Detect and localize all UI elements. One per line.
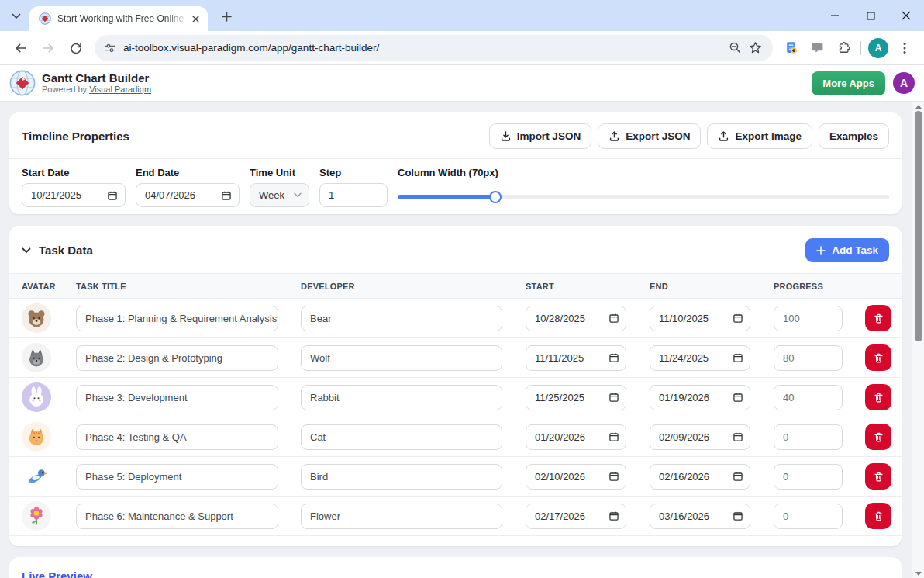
extensions-puzzle-icon[interactable] (832, 36, 855, 60)
app-header: Gantt Chart Builder Powered by Visual Pa… (0, 65, 924, 102)
bookmark-star-icon[interactable] (745, 38, 765, 58)
progress-input[interactable]: 0 (774, 424, 843, 450)
collapse-chevron-icon[interactable] (22, 247, 31, 254)
new-tab-button[interactable] (217, 7, 236, 26)
col-start: START (526, 282, 650, 291)
avatar (22, 382, 51, 412)
end-date-input[interactable]: 11/24/2025 (650, 345, 750, 371)
progress-input[interactable]: 80 (774, 345, 843, 371)
user-avatar[interactable]: A (893, 72, 915, 94)
end-date-input[interactable]: 02/16/2026 (650, 464, 750, 490)
export-image-button[interactable]: Export Image (707, 123, 812, 149)
end-date-input[interactable]: 04/07/2026 (136, 183, 240, 207)
task-title-input[interactable]: Phase 4: Testing & QA (76, 424, 278, 450)
divider (9, 158, 902, 159)
maximize-button[interactable] (853, 0, 888, 31)
examples-button[interactable]: Examples (819, 123, 889, 149)
calendar-icon (609, 431, 619, 442)
task-title-input[interactable]: Phase 2: Design & Prototyping (76, 345, 278, 371)
progress-input[interactable]: 0 (774, 504, 843, 529)
timeline-properties-card: Timeline Properties Import JSON Export J… (9, 112, 902, 214)
start-date-input[interactable]: 11/11/2025 (526, 345, 626, 371)
scroll-up-arrow[interactable] (912, 102, 924, 111)
tab-search-chevron-icon[interactable] (8, 8, 25, 25)
toolbar-divider (860, 41, 861, 55)
developer-input[interactable]: Bird (301, 464, 502, 490)
trash-icon (873, 313, 884, 324)
start-date-input[interactable]: 10/21/2025 (22, 183, 126, 207)
task-title-input[interactable]: Phase 1: Planning & Requirement Analysis (76, 306, 278, 331)
start-date-input[interactable]: 01/20/2026 (526, 424, 626, 450)
delete-task-button[interactable] (865, 344, 891, 371)
developer-input[interactable]: Cat (301, 424, 502, 450)
scrollbar-track[interactable] (912, 111, 924, 569)
delete-task-button[interactable] (865, 424, 891, 450)
export-json-button[interactable]: Export JSON (598, 123, 701, 149)
browser-profile-avatar[interactable]: A (868, 38, 888, 58)
page-title: Gantt Chart Builder (42, 71, 151, 85)
delete-task-button[interactable] (865, 305, 891, 331)
end-date-input[interactable]: 03/16/2026 (650, 504, 750, 529)
developer-input[interactable]: Flower (301, 504, 502, 529)
visual-paradigm-link[interactable]: Visual Paradigm (89, 85, 151, 94)
progress-input[interactable]: 100 (774, 306, 843, 331)
docs-offline-extension-icon[interactable] (779, 36, 802, 60)
col-progress: PROGRESS (774, 282, 865, 291)
end-date-label: End Date (136, 167, 240, 178)
back-button[interactable] (8, 36, 33, 61)
delete-task-button[interactable] (865, 503, 891, 529)
step-input[interactable]: 1 (319, 183, 388, 207)
task-title-input[interactable]: Phase 3: Development (76, 385, 278, 410)
developer-input[interactable]: Wolf (301, 345, 502, 371)
reload-button[interactable] (64, 36, 88, 61)
column-width-thumb[interactable] (489, 191, 502, 203)
delete-task-button[interactable] (865, 384, 891, 410)
avatar (22, 422, 51, 452)
scroll-down-arrow[interactable] (912, 569, 924, 578)
developer-input[interactable]: Rabbit (301, 385, 502, 410)
column-width-label: Column Width (70px) (398, 167, 889, 178)
calendar-icon (733, 352, 743, 363)
forward-button[interactable] (36, 36, 60, 61)
more-apps-button[interactable]: More Apps (812, 71, 885, 95)
browser-tab[interactable]: Start Working with Free Online (29, 6, 208, 31)
avatar (22, 501, 51, 531)
import-json-button[interactable]: Import JSON (489, 123, 592, 149)
start-date-input[interactable]: 11/25/2025 (526, 385, 626, 410)
end-date-input[interactable]: 02/09/2026 (650, 424, 750, 450)
task-data-title: Task Data (39, 244, 93, 257)
start-date-input[interactable]: 02/17/2026 (526, 504, 626, 529)
col-avatar: AVATAR (22, 282, 76, 291)
close-window-button[interactable] (888, 0, 924, 31)
table-header-row: AVATAR TASK TITLE DEVELOPER START END PR… (9, 273, 902, 299)
site-settings-icon[interactable] (104, 42, 116, 54)
tab-close-icon[interactable] (189, 12, 202, 25)
main-content: Timeline Properties Import JSON Export J… (0, 102, 924, 578)
minimize-button[interactable] (817, 0, 853, 31)
page-viewport: Gantt Chart Builder Powered by Visual Pa… (0, 65, 924, 578)
zoom-out-icon[interactable] (725, 38, 745, 58)
progress-input[interactable]: 0 (774, 464, 843, 490)
scrollbar[interactable] (912, 102, 924, 578)
delete-task-button[interactable] (865, 463, 891, 490)
column-width-slider[interactable] (398, 191, 889, 203)
add-task-button[interactable]: Add Task (805, 238, 889, 262)
end-date-input[interactable]: 01/19/2026 (650, 385, 750, 410)
start-date-input[interactable]: 02/10/2026 (526, 464, 626, 490)
start-date-input[interactable]: 10/28/2025 (526, 306, 626, 331)
browser-menu-icon[interactable] (893, 36, 916, 60)
scrollbar-thumb[interactable] (915, 111, 922, 341)
start-date-label: Start Date (22, 167, 126, 178)
progress-input[interactable]: 40 (774, 385, 843, 410)
col-end: END (650, 282, 774, 291)
end-date-input[interactable]: 11/10/2025 (650, 306, 750, 331)
comment-extension-icon[interactable] (805, 36, 829, 60)
developer-input[interactable]: Bear (301, 306, 502, 331)
step-field: Step 1 (319, 167, 388, 207)
address-bar[interactable]: ai-toolbox.visual-paradigm.com/app/gantt… (95, 35, 773, 61)
task-title-input[interactable]: Phase 5: Deployment (76, 464, 278, 490)
calendar-icon (733, 431, 743, 442)
column-width-fill (398, 195, 496, 199)
time-unit-select[interactable]: Week (250, 183, 309, 207)
task-title-input[interactable]: Phase 6: Maintenance & Support (76, 504, 278, 529)
